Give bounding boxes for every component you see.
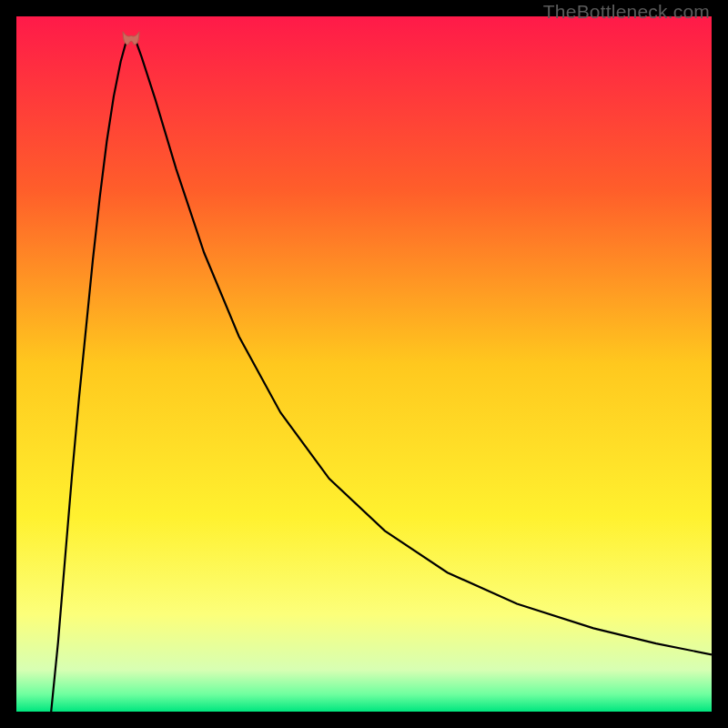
bottleneck-plot <box>16 16 712 712</box>
chart-frame <box>16 16 712 712</box>
watermark-text: TheBottleneck.com <box>543 1 710 23</box>
gradient-background <box>16 16 712 712</box>
